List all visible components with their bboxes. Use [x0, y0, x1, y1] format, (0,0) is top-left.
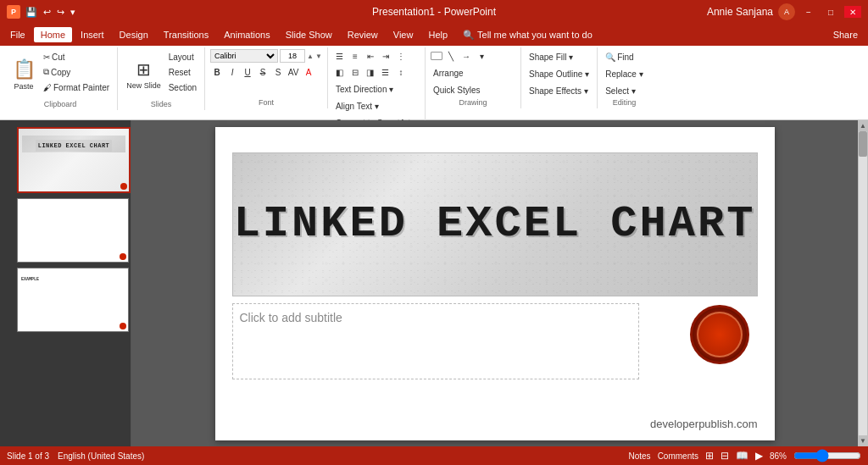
- drawing-content: ╲ → ▾ Arrange Quick Styles: [431, 49, 515, 98]
- font-size-up[interactable]: ▲: [307, 53, 314, 60]
- paste-button[interactable]: 📋 Paste: [8, 49, 39, 100]
- replace-button[interactable]: Replace ▾: [603, 66, 645, 81]
- align-center-button[interactable]: ⊟: [348, 65, 362, 79]
- slideshow-view-button[interactable]: ▶: [755, 450, 763, 462]
- clipboard-group: 📋 Paste ✂ Cut ⧉ Copy 🖌 Format Painter Cl…: [3, 47, 118, 110]
- menu-insert[interactable]: Insert: [74, 27, 111, 42]
- font-color-button[interactable]: A: [302, 65, 315, 79]
- slides-label: Slides: [123, 100, 199, 108]
- scroll-thumb[interactable]: [859, 131, 867, 157]
- shape-effects-button[interactable]: Shape Effects ▾: [526, 83, 591, 98]
- layout-button[interactable]: Layout: [166, 49, 199, 64]
- arrow-shape[interactable]: →: [459, 49, 473, 63]
- ppt-icon: P: [7, 5, 20, 19]
- copy-button[interactable]: ⧉ Copy: [41, 64, 112, 80]
- menu-animations[interactable]: Animations: [217, 27, 276, 42]
- text-direction-button[interactable]: Text Direction ▾: [333, 81, 396, 97]
- increase-indent-button[interactable]: ⇥: [379, 49, 392, 63]
- slide-thumb-2[interactable]: [17, 198, 129, 263]
- align-text-button[interactable]: Align Text ▾: [333, 98, 381, 113]
- italic-button[interactable]: I: [225, 65, 239, 79]
- scroll-up-button[interactable]: ▲: [858, 120, 868, 131]
- menu-transitions[interactable]: Transitions: [157, 27, 215, 42]
- shapes-row: ╲ → ▾: [431, 49, 488, 63]
- line-shape[interactable]: ╲: [444, 49, 458, 63]
- decrease-indent-button[interactable]: ⇤: [364, 49, 377, 63]
- undo-button[interactable]: ↩: [42, 7, 53, 18]
- find-button[interactable]: 🔍 Find: [603, 49, 636, 64]
- maximize-button[interactable]: □: [822, 6, 839, 18]
- more-shapes[interactable]: ▾: [475, 49, 488, 63]
- drawing-fill-content: Shape Fill ▾ Shape Outline ▾ Shape Effec…: [526, 49, 592, 98]
- slide-canvas[interactable]: LINKED EXCEL CHART Click to add subtitle…: [215, 127, 775, 440]
- editing-group: 🔍 Find Replace ▾ Select ▾ Editing: [598, 47, 650, 108]
- notes-button[interactable]: Notes: [629, 451, 651, 461]
- normal-view-button[interactable]: ⊞: [705, 450, 714, 462]
- slide-thumb-1[interactable]: LINKED EXCEL CHART: [17, 127, 131, 193]
- share-button[interactable]: Share: [826, 27, 865, 42]
- customize-qa-button[interactable]: ▾: [69, 7, 77, 18]
- slide-count: Slide 1 of 3: [7, 451, 49, 461]
- font-content: Calibri ▲ ▼ B I U S S AV A: [210, 49, 322, 98]
- menu-search[interactable]: 🔍 Tell me what you want to do: [456, 27, 599, 43]
- scroll-down-button[interactable]: ▼: [858, 435, 868, 446]
- shape-outline-button[interactable]: Shape Outline ▾: [526, 66, 592, 81]
- minimize-button[interactable]: −: [800, 6, 817, 18]
- justify-button[interactable]: ☰: [379, 65, 392, 79]
- comments-button[interactable]: Comments: [658, 451, 698, 461]
- align-right-button[interactable]: ◨: [364, 65, 377, 79]
- menu-view[interactable]: View: [387, 27, 420, 42]
- line-spacing-button[interactable]: ↕: [394, 65, 408, 79]
- rect-shape[interactable]: [431, 52, 442, 60]
- slide-seal: [690, 305, 749, 364]
- zoom-slider[interactable]: [793, 449, 861, 462]
- arrange-button[interactable]: Arrange: [431, 65, 466, 80]
- menu-slideshow[interactable]: Slide Show: [279, 27, 339, 42]
- slide-subtitle-box[interactable]: Click to add subtitle: [232, 303, 639, 379]
- columns-button[interactable]: ⋮: [394, 49, 408, 63]
- bullets-button[interactable]: ☰: [333, 49, 347, 63]
- menu-design[interactable]: Design: [113, 27, 155, 42]
- slide-subtitle-placeholder: Click to add subtitle: [240, 311, 342, 324]
- select-button[interactable]: Select ▾: [603, 83, 638, 98]
- menu-help[interactable]: Help: [421, 27, 454, 42]
- save-button[interactable]: 💾: [24, 7, 39, 18]
- underline-button[interactable]: U: [241, 65, 254, 79]
- format-painter-button[interactable]: 🖌 Format Painter: [41, 80, 112, 95]
- menu-review[interactable]: Review: [341, 27, 385, 42]
- menu-home[interactable]: Home: [34, 27, 72, 42]
- drawing-label: Drawing: [431, 98, 515, 107]
- menu-bar: File Home Insert Design Transitions Anim…: [0, 24, 868, 46]
- numbering-button[interactable]: ≡: [348, 49, 362, 63]
- char-spacing-button[interactable]: AV: [287, 65, 300, 79]
- drawing-group: ╲ → ▾ Arrange Quick Styles Drawing: [426, 47, 521, 108]
- bold-button[interactable]: B: [210, 65, 224, 79]
- menu-file[interactable]: File: [3, 27, 32, 42]
- font-format-row: B I U S S AV A: [210, 65, 315, 79]
- slide-header-box: LINKED EXCEL CHART: [232, 152, 758, 296]
- reading-view-button[interactable]: 📖: [736, 450, 748, 462]
- align-left-button[interactable]: ◧: [333, 65, 347, 79]
- shape-fill-button[interactable]: Shape Fill ▾: [526, 49, 576, 64]
- close-button[interactable]: ✕: [844, 6, 861, 18]
- strikethrough-button[interactable]: S: [256, 65, 270, 79]
- search-icon: 🔍: [463, 30, 475, 41]
- font-size-down[interactable]: ▼: [315, 53, 322, 60]
- slide-sorter-button[interactable]: ⊟: [721, 450, 729, 462]
- user-avatar: A: [778, 3, 795, 20]
- quick-styles-button[interactable]: Quick Styles: [431, 82, 483, 97]
- font-size-input[interactable]: [280, 49, 305, 63]
- slide-thumb-3[interactable]: EXAMPLE: [17, 268, 129, 332]
- section-button[interactable]: Section: [166, 80, 199, 95]
- scroll-track: [859, 131, 867, 435]
- title-bar: P 💾 ↩ ↪ ▾ Presentation1 - PowerPoint Ann…: [0, 0, 868, 24]
- font-label: Font: [210, 98, 322, 107]
- title-bar-left: P 💾 ↩ ↪ ▾: [7, 5, 77, 19]
- cut-button[interactable]: ✂ Cut: [41, 49, 112, 64]
- new-slide-button[interactable]: ⊞ New Slide: [123, 49, 164, 100]
- font-name-select[interactable]: Calibri: [210, 49, 278, 63]
- shadow-button[interactable]: S: [271, 65, 285, 79]
- slide-panel: 1 LINKED EXCEL CHART 2: [0, 120, 131, 446]
- redo-button[interactable]: ↪: [55, 7, 66, 18]
- reset-button[interactable]: Reset: [166, 64, 199, 80]
